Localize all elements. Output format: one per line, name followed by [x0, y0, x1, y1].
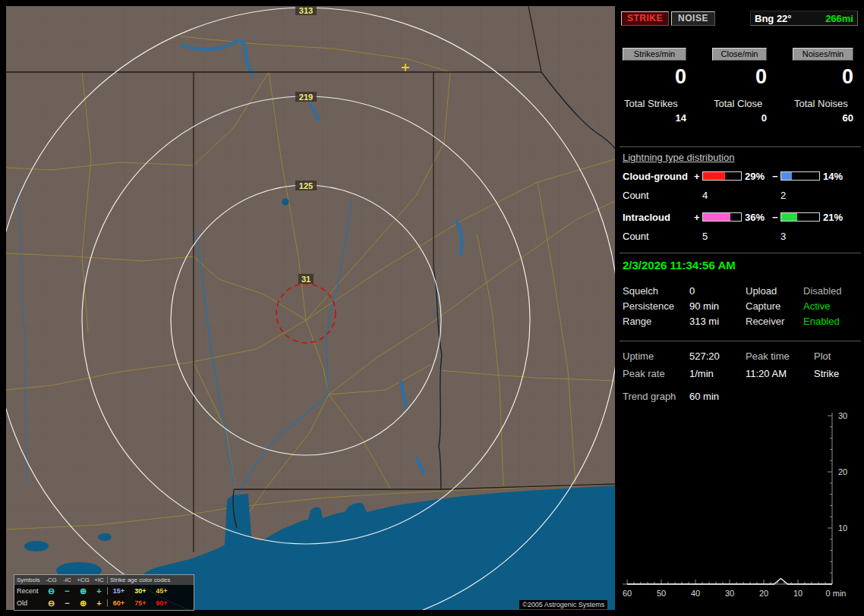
age-75: 75+ [130, 599, 151, 607]
legend-age-header: Strike age color codes [107, 577, 194, 583]
plus-sign: + [694, 171, 700, 182]
persistence-label: Persistence [623, 300, 674, 312]
x-tick-40: 40 [691, 589, 700, 598]
legend-col-pos-ic: +IC [91, 577, 107, 583]
plot-value: Strike [814, 368, 839, 379]
close-per-min-value: 0 [712, 65, 767, 88]
squelch-value: 0 [689, 285, 695, 297]
x-tick-10: 10 [793, 589, 803, 598]
noises-per-min-value: 0 [793, 65, 853, 88]
legend-header: Symbols -CG -IC +CG +IC Strike age color… [14, 575, 194, 585]
uptime-label: Uptime [623, 350, 654, 362]
capture-status: Active [803, 300, 830, 312]
uptime-value: 527:20 [689, 350, 720, 362]
age-30: 30+ [130, 587, 151, 595]
ring-label-313: 313 [299, 6, 313, 15]
trend-graph-label: Trend graph [623, 391, 676, 402]
old-pos-ic-icon: + [91, 599, 107, 608]
legend-recent-label: Recent [14, 587, 43, 595]
y-tick-10: 10 [838, 523, 847, 533]
minus-sign: − [772, 212, 778, 223]
ic-negative-pct: 21% [823, 212, 843, 223]
strikes-per-min-value: 0 [623, 65, 686, 88]
y-tick-30: 30 [838, 411, 847, 420]
map-view[interactable]: 313 219 125 31 Symbols -CG -IC +CG +IC S… [6, 6, 615, 610]
cg-negative-count: 2 [780, 190, 786, 201]
peak-rate-label: Peak rate [623, 368, 665, 379]
x-tick-0: 0 min [826, 589, 847, 598]
cg-negative-gauge [780, 171, 820, 181]
cg-positive-count: 4 [702, 190, 708, 201]
total-strikes-label: Total Strikes [624, 98, 678, 109]
upload-label: Upload [746, 285, 777, 297]
trend-window-value: 60 min [689, 391, 719, 402]
x-tick-60: 60 [623, 589, 632, 598]
strikes-per-min-chip[interactable]: Strikes/min [623, 48, 686, 61]
age-15: 15+ [107, 587, 130, 595]
y-tick-20: 20 [838, 467, 847, 476]
minus-sign: − [772, 171, 778, 182]
trend-tick-labels: 60 50 40 30 20 10 0 min 30 20 10 [623, 411, 847, 598]
x-tick-30: 30 [725, 589, 734, 598]
range-label: Range [623, 316, 651, 327]
trend-axes [623, 413, 832, 584]
side-panel: STRIKE NOISE Bng 22° 266mi Strikes/min C… [618, 6, 864, 610]
legend-col-neg-ic: -IC [59, 577, 75, 583]
total-noises-value: 60 [793, 112, 853, 124]
intracloud-label: Intracloud [623, 212, 670, 223]
total-close-label: Total Close [714, 98, 762, 109]
capture-label: Capture [746, 300, 780, 312]
age-60: 60+ [107, 599, 130, 607]
ic-positive-gauge [702, 212, 742, 222]
legend-row-old: Old ⊖ − ⊕ + 60+ 75+ 90+ [14, 597, 194, 609]
trend-chart: 60 50 40 30 20 10 0 min 30 20 10 [618, 407, 861, 610]
legend-row-recent: Recent ⊖ − ⊕ + 15+ 30+ 45+ [14, 585, 194, 597]
legend-symbols-header: Symbols [14, 577, 43, 583]
legend-old-label: Old [14, 599, 43, 607]
range-value: 313 mi [689, 316, 719, 327]
divider [620, 146, 861, 147]
age-90: 90+ [151, 599, 172, 607]
map-canvas: 313 219 125 31 [6, 6, 615, 610]
plus-sign: + [694, 212, 700, 223]
map-legend: Symbols -CG -IC +CG +IC Strike age color… [14, 574, 194, 611]
age-45: 45+ [151, 587, 172, 595]
receiver-label: Receiver [746, 316, 784, 327]
upload-status: Disabled [803, 285, 842, 297]
x-tick-50: 50 [657, 589, 666, 598]
ic-positive-pct: 36% [745, 212, 765, 223]
ring-label-219: 219 [299, 93, 313, 102]
distribution-title: Lightning type distribution [623, 152, 734, 163]
cg-positive-gauge [702, 171, 742, 181]
plot-label: Plot [814, 350, 831, 362]
recent-pos-ic-icon: + [91, 587, 107, 596]
receiver-status: Enabled [803, 316, 840, 327]
recent-pos-cg-icon: ⊕ [75, 587, 91, 596]
persistence-value: 90 min [689, 300, 719, 312]
bearing-distance: 266mi [825, 13, 853, 24]
divider [620, 341, 861, 341]
bearing-value: Bng 22° [755, 13, 792, 24]
squelch-label: Squelch [623, 285, 658, 297]
legend-col-pos-cg: +CG [75, 577, 91, 583]
ring-label-31: 31 [301, 275, 311, 284]
x-tick-20: 20 [759, 589, 768, 598]
noise-mode-button[interactable]: NOISE [671, 11, 715, 26]
divider [620, 253, 861, 253]
noises-per-min-chip[interactable]: Noises/min [793, 48, 853, 61]
peak-rate-value: 1/min [689, 368, 714, 379]
peak-time-label: Peak time [746, 350, 790, 362]
cg-positive-pct: 29% [745, 171, 765, 182]
bearing-box: Bng 22° 266mi [750, 11, 858, 26]
peak-time-value: 11:20 AM [746, 368, 787, 379]
legend-col-neg-cg: -CG [43, 577, 59, 583]
recent-neg-ic-icon: − [59, 587, 75, 596]
total-noises-label: Total Noises [794, 98, 848, 109]
total-strikes-value: 14 [623, 112, 686, 124]
ic-negative-gauge [780, 212, 820, 222]
current-datetime: 2/3/2026 11:34:56 AM [623, 259, 736, 272]
close-per-min-chip[interactable]: Close/min [712, 48, 767, 61]
strike-mode-button[interactable]: STRIKE [621, 11, 669, 26]
cloud-ground-label: Cloud-ground [623, 171, 688, 182]
trend-ticks [627, 416, 832, 584]
